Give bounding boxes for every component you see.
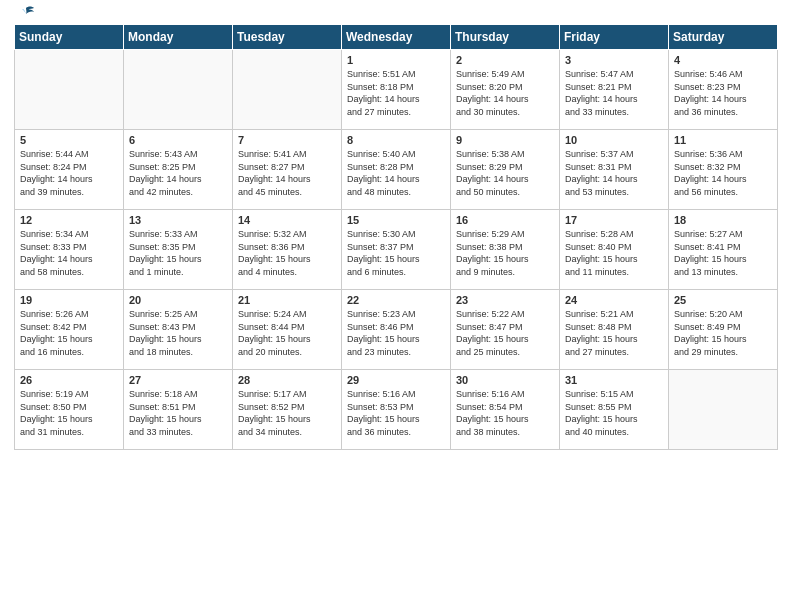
cell-date-number: 8 — [347, 134, 445, 146]
page: SundayMondayTuesdayWednesdayThursdayFrid… — [0, 0, 792, 612]
cell-date-number: 29 — [347, 374, 445, 386]
weekday-header-thursday: Thursday — [451, 25, 560, 50]
calendar-cell: 27Sunrise: 5:18 AM Sunset: 8:51 PM Dayli… — [124, 370, 233, 450]
calendar-cell: 2Sunrise: 5:49 AM Sunset: 8:20 PM Daylig… — [451, 50, 560, 130]
calendar-cell — [669, 370, 778, 450]
calendar-cell: 4Sunrise: 5:46 AM Sunset: 8:23 PM Daylig… — [669, 50, 778, 130]
cell-info-text: Sunrise: 5:17 AM Sunset: 8:52 PM Dayligh… — [238, 388, 336, 438]
cell-info-text: Sunrise: 5:36 AM Sunset: 8:32 PM Dayligh… — [674, 148, 772, 198]
logo-bird-icon — [16, 6, 36, 22]
cell-date-number: 22 — [347, 294, 445, 306]
calendar-cell: 6Sunrise: 5:43 AM Sunset: 8:25 PM Daylig… — [124, 130, 233, 210]
cell-info-text: Sunrise: 5:24 AM Sunset: 8:44 PM Dayligh… — [238, 308, 336, 358]
cell-info-text: Sunrise: 5:41 AM Sunset: 8:27 PM Dayligh… — [238, 148, 336, 198]
calendar-cell: 7Sunrise: 5:41 AM Sunset: 8:27 PM Daylig… — [233, 130, 342, 210]
cell-info-text: Sunrise: 5:51 AM Sunset: 8:18 PM Dayligh… — [347, 68, 445, 118]
calendar-cell: 10Sunrise: 5:37 AM Sunset: 8:31 PM Dayli… — [560, 130, 669, 210]
cell-date-number: 24 — [565, 294, 663, 306]
cell-date-number: 19 — [20, 294, 118, 306]
cell-info-text: Sunrise: 5:16 AM Sunset: 8:54 PM Dayligh… — [456, 388, 554, 438]
cell-info-text: Sunrise: 5:19 AM Sunset: 8:50 PM Dayligh… — [20, 388, 118, 438]
calendar-cell: 13Sunrise: 5:33 AM Sunset: 8:35 PM Dayli… — [124, 210, 233, 290]
cell-info-text: Sunrise: 5:37 AM Sunset: 8:31 PM Dayligh… — [565, 148, 663, 198]
calendar-week-row: 12Sunrise: 5:34 AM Sunset: 8:33 PM Dayli… — [15, 210, 778, 290]
calendar-cell: 28Sunrise: 5:17 AM Sunset: 8:52 PM Dayli… — [233, 370, 342, 450]
weekday-header-sunday: Sunday — [15, 25, 124, 50]
calendar-table: SundayMondayTuesdayWednesdayThursdayFrid… — [14, 24, 778, 450]
cell-date-number: 28 — [238, 374, 336, 386]
cell-date-number: 18 — [674, 214, 772, 226]
weekday-header-tuesday: Tuesday — [233, 25, 342, 50]
cell-info-text: Sunrise: 5:46 AM Sunset: 8:23 PM Dayligh… — [674, 68, 772, 118]
calendar-week-row: 1Sunrise: 5:51 AM Sunset: 8:18 PM Daylig… — [15, 50, 778, 130]
weekday-header-friday: Friday — [560, 25, 669, 50]
logo — [14, 10, 36, 18]
weekday-header-wednesday: Wednesday — [342, 25, 451, 50]
calendar-cell: 16Sunrise: 5:29 AM Sunset: 8:38 PM Dayli… — [451, 210, 560, 290]
cell-info-text: Sunrise: 5:38 AM Sunset: 8:29 PM Dayligh… — [456, 148, 554, 198]
calendar-cell: 15Sunrise: 5:30 AM Sunset: 8:37 PM Dayli… — [342, 210, 451, 290]
calendar-cell: 26Sunrise: 5:19 AM Sunset: 8:50 PM Dayli… — [15, 370, 124, 450]
cell-date-number: 6 — [129, 134, 227, 146]
calendar-cell: 14Sunrise: 5:32 AM Sunset: 8:36 PM Dayli… — [233, 210, 342, 290]
calendar-week-row: 26Sunrise: 5:19 AM Sunset: 8:50 PM Dayli… — [15, 370, 778, 450]
calendar-cell: 22Sunrise: 5:23 AM Sunset: 8:46 PM Dayli… — [342, 290, 451, 370]
cell-info-text: Sunrise: 5:20 AM Sunset: 8:49 PM Dayligh… — [674, 308, 772, 358]
cell-date-number: 14 — [238, 214, 336, 226]
calendar-week-row: 19Sunrise: 5:26 AM Sunset: 8:42 PM Dayli… — [15, 290, 778, 370]
cell-date-number: 11 — [674, 134, 772, 146]
cell-info-text: Sunrise: 5:43 AM Sunset: 8:25 PM Dayligh… — [129, 148, 227, 198]
cell-date-number: 20 — [129, 294, 227, 306]
cell-info-text: Sunrise: 5:26 AM Sunset: 8:42 PM Dayligh… — [20, 308, 118, 358]
calendar-cell: 1Sunrise: 5:51 AM Sunset: 8:18 PM Daylig… — [342, 50, 451, 130]
cell-info-text: Sunrise: 5:27 AM Sunset: 8:41 PM Dayligh… — [674, 228, 772, 278]
cell-date-number: 27 — [129, 374, 227, 386]
cell-date-number: 23 — [456, 294, 554, 306]
calendar-cell: 9Sunrise: 5:38 AM Sunset: 8:29 PM Daylig… — [451, 130, 560, 210]
calendar-cell: 11Sunrise: 5:36 AM Sunset: 8:32 PM Dayli… — [669, 130, 778, 210]
cell-info-text: Sunrise: 5:30 AM Sunset: 8:37 PM Dayligh… — [347, 228, 445, 278]
cell-date-number: 1 — [347, 54, 445, 66]
cell-date-number: 9 — [456, 134, 554, 146]
cell-info-text: Sunrise: 5:18 AM Sunset: 8:51 PM Dayligh… — [129, 388, 227, 438]
cell-info-text: Sunrise: 5:40 AM Sunset: 8:28 PM Dayligh… — [347, 148, 445, 198]
calendar-cell: 30Sunrise: 5:16 AM Sunset: 8:54 PM Dayli… — [451, 370, 560, 450]
cell-info-text: Sunrise: 5:25 AM Sunset: 8:43 PM Dayligh… — [129, 308, 227, 358]
cell-date-number: 5 — [20, 134, 118, 146]
cell-info-text: Sunrise: 5:16 AM Sunset: 8:53 PM Dayligh… — [347, 388, 445, 438]
calendar-week-row: 5Sunrise: 5:44 AM Sunset: 8:24 PM Daylig… — [15, 130, 778, 210]
cell-info-text: Sunrise: 5:22 AM Sunset: 8:47 PM Dayligh… — [456, 308, 554, 358]
header — [14, 10, 778, 18]
cell-info-text: Sunrise: 5:28 AM Sunset: 8:40 PM Dayligh… — [565, 228, 663, 278]
cell-date-number: 21 — [238, 294, 336, 306]
calendar-cell: 17Sunrise: 5:28 AM Sunset: 8:40 PM Dayli… — [560, 210, 669, 290]
cell-date-number: 16 — [456, 214, 554, 226]
cell-info-text: Sunrise: 5:15 AM Sunset: 8:55 PM Dayligh… — [565, 388, 663, 438]
calendar-cell — [124, 50, 233, 130]
cell-info-text: Sunrise: 5:44 AM Sunset: 8:24 PM Dayligh… — [20, 148, 118, 198]
cell-date-number: 10 — [565, 134, 663, 146]
cell-date-number: 25 — [674, 294, 772, 306]
calendar-cell — [233, 50, 342, 130]
calendar-cell: 29Sunrise: 5:16 AM Sunset: 8:53 PM Dayli… — [342, 370, 451, 450]
weekday-header-saturday: Saturday — [669, 25, 778, 50]
calendar-cell: 19Sunrise: 5:26 AM Sunset: 8:42 PM Dayli… — [15, 290, 124, 370]
calendar-cell: 12Sunrise: 5:34 AM Sunset: 8:33 PM Dayli… — [15, 210, 124, 290]
cell-date-number: 30 — [456, 374, 554, 386]
weekday-header-monday: Monday — [124, 25, 233, 50]
cell-date-number: 3 — [565, 54, 663, 66]
calendar-cell — [15, 50, 124, 130]
cell-info-text: Sunrise: 5:29 AM Sunset: 8:38 PM Dayligh… — [456, 228, 554, 278]
cell-date-number: 15 — [347, 214, 445, 226]
calendar-cell: 23Sunrise: 5:22 AM Sunset: 8:47 PM Dayli… — [451, 290, 560, 370]
cell-date-number: 13 — [129, 214, 227, 226]
cell-info-text: Sunrise: 5:47 AM Sunset: 8:21 PM Dayligh… — [565, 68, 663, 118]
cell-info-text: Sunrise: 5:32 AM Sunset: 8:36 PM Dayligh… — [238, 228, 336, 278]
cell-date-number: 26 — [20, 374, 118, 386]
cell-info-text: Sunrise: 5:21 AM Sunset: 8:48 PM Dayligh… — [565, 308, 663, 358]
cell-info-text: Sunrise: 5:49 AM Sunset: 8:20 PM Dayligh… — [456, 68, 554, 118]
cell-date-number: 12 — [20, 214, 118, 226]
calendar-cell: 8Sunrise: 5:40 AM Sunset: 8:28 PM Daylig… — [342, 130, 451, 210]
cell-date-number: 7 — [238, 134, 336, 146]
calendar-cell: 3Sunrise: 5:47 AM Sunset: 8:21 PM Daylig… — [560, 50, 669, 130]
